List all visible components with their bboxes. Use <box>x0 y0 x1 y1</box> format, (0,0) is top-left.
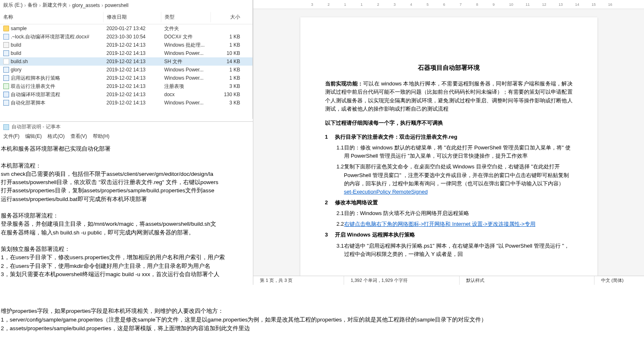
column-date[interactable]: 修改日期 <box>103 12 161 22</box>
notepad-menubar: 文件(F) 编辑(E) 格式(O) 查看(V) 帮助(H) <box>0 132 253 142</box>
file-explorer: 娱乐 (E:)› 备份› 新建文件夹› glory_assets› powers… <box>0 0 253 119</box>
file-type: SH 文件 <box>161 58 210 65</box>
file-type: 注册表项 <box>161 83 210 90</box>
file-size: 1 KB <box>210 75 243 81</box>
notepad-content[interactable]: 本机和服务器环境部署都已实现自动化部署 本机部署流程： svn check自己需… <box>0 142 253 281</box>
file-size: 3 KB <box>210 100 243 106</box>
chevron-right-icon: › <box>39 2 41 8</box>
doc-paragraph: 当前实现功能：可以在 windows 本地执行脚本，不需要远程到服务器，同时部署… <box>325 80 573 113</box>
chevron-right-icon: › <box>101 2 103 8</box>
status-page[interactable]: 第 1 页，共 3 页 <box>253 276 344 285</box>
ruler-mark: 12 <box>542 2 546 7</box>
ruler-mark: 1 <box>344 2 346 7</box>
file-size: 1 KB <box>210 34 243 40</box>
status-words[interactable]: 1,392 个单词，1,929 个字符 <box>344 276 460 285</box>
menu-format[interactable]: 格式(O) <box>47 133 64 140</box>
section-3-1: 3.1右键选中 "启用远程脚本执行策略.ps1" 脚本，在右键菜单中选择 "以 … <box>325 242 573 258</box>
file-row[interactable]: build2019-12-02 14:13Windows Power...10 … <box>0 49 252 57</box>
file-date: 2019-12-02 14:13 <box>103 100 161 106</box>
breadcrumb[interactable]: 娱乐 (E:)› 备份› 新建文件夹› glory_assets› powers… <box>0 0 252 10</box>
file-date: 2019-12-02 14:13 <box>103 42 161 48</box>
section-1-1: 1.1目的：修改 windows 默认的右键菜单，将 "在此处打开 PowerS… <box>325 144 573 160</box>
section-2-1: 2.1目的：Windows 防火墙不允许公用网络开启远程策略 <box>325 209 573 218</box>
column-size[interactable]: 大小 <box>210 12 243 22</box>
file-name: 自动化部署脚本 <box>11 99 45 106</box>
document-editor: 32112345678910111213141516 石器项目自动部署环境 当前… <box>253 0 644 285</box>
file-date: 2019-12-02 14:13 <box>103 83 161 89</box>
breadcrumb-item[interactable]: powershell <box>105 2 128 8</box>
menu-file[interactable]: 文件(F) <box>3 133 19 140</box>
file-date: 2019-12-02 14:13 <box>103 75 161 81</box>
file-date: 2019-12-02 14:13 <box>103 59 161 64</box>
file-type: Windows Power... <box>161 50 210 56</box>
status-bar: 第 1 页，共 3 页 1,392 个单词，1,929 个字符 默认样式 中文 … <box>253 276 644 285</box>
file-row[interactable]: glory2019-12-02 14:13Windows Power...1 K… <box>0 66 252 74</box>
column-name[interactable]: 名称 <box>0 12 103 22</box>
ps-icon <box>3 50 9 56</box>
file-type: Windows Power... <box>161 67 210 73</box>
breadcrumb-item[interactable]: glory_assets <box>72 2 100 8</box>
ps-icon <box>3 100 9 106</box>
file-size: 130 KB <box>210 92 243 97</box>
doc-title: 石器项目自动部署环境 <box>325 63 573 72</box>
status-lang[interactable]: 中文 (简体) <box>594 276 644 285</box>
file-row[interactable]: .~lock.自动编译环境部署流程.docx#2023-10-30 10:54D… <box>0 33 252 41</box>
file-type: Windows Power... <box>161 75 210 81</box>
file-date: 2019-12-02 14:13 <box>103 92 161 97</box>
file-name: build <box>11 42 21 48</box>
file-size: 3 KB <box>210 83 243 89</box>
file-size: 1 KB <box>210 42 243 48</box>
file-type: docx <box>161 92 210 97</box>
file-name: glory <box>11 67 21 73</box>
command-link[interactable]: set-ExecutionPolicy RemoteSigned <box>344 189 428 195</box>
ruler-mark: 4 <box>410 2 412 7</box>
file-row[interactable]: 双击运行注册表文件2019-12-02 14:13注册表项3 KB <box>0 82 252 90</box>
file-date: 2019-12-02 14:13 <box>103 50 161 56</box>
ruler[interactable]: 32112345678910111213141516 <box>253 0 644 9</box>
ruler-mark: 5 <box>427 2 429 7</box>
section-2: 2修改本地网络设置 <box>325 199 573 207</box>
ruler-mark: 6 <box>443 2 445 7</box>
file-row[interactable]: 自动编译环境部署流程2019-12-02 14:13docx130 KB <box>0 90 252 99</box>
ruler-mark: 11 <box>526 2 530 7</box>
notepad-icon <box>3 124 9 130</box>
file-size: 14 KB <box>210 59 243 64</box>
ps-icon <box>3 75 9 81</box>
file-type: Windows Power... <box>161 100 210 106</box>
ruler-mark: 1 <box>361 2 363 7</box>
breadcrumb-item[interactable]: 新建文件夹 <box>42 2 67 9</box>
file-row[interactable]: build2019-12-02 14:13Windows 批处理...1 KB <box>0 41 252 49</box>
ruler-mark: 7 <box>460 2 462 7</box>
file-name: .~lock.自动编译环境部署流程.docx# <box>11 33 89 40</box>
status-style[interactable]: 默认样式 <box>460 276 594 285</box>
file-list: sample2020-01-27 13:42文件夹.~lock.自动编译环境部署… <box>0 24 252 107</box>
bottom-text[interactable]: 维护properties字段，如果properties字段是和本机环境相关，则维… <box>0 305 644 335</box>
menu-help[interactable]: 帮助(H) <box>93 133 110 140</box>
column-type[interactable]: 类型 <box>161 12 210 22</box>
reg-icon <box>3 83 9 89</box>
file-name: 自动编译环境部署流程 <box>11 91 60 98</box>
document-scroll[interactable]: 石器项目自动部署环境 当前实现功能：可以在 windows 本地执行脚本，不需要… <box>253 9 644 276</box>
ruler-mark: 2 <box>377 2 379 7</box>
section-1: 1执行目录下的注册表文件：双击运行注册表文件.reg <box>325 133 573 141</box>
file-name: 双击运行注册表文件 <box>11 83 55 90</box>
ruler-mark: 3 <box>311 2 313 7</box>
ruler-mark: 16 <box>608 2 612 7</box>
file-row[interactable]: 自动化部署脚本2019-12-02 14:13Windows Power...3… <box>0 99 252 107</box>
file-name: build <box>11 50 21 56</box>
doc-icon <box>3 92 9 97</box>
document-page[interactable]: 石器项目自动部署环境 当前实现功能：可以在 windows 本地执行脚本，不需要… <box>300 17 597 276</box>
file-row[interactable]: sample2020-01-27 13:42文件夹 <box>0 24 252 33</box>
chevron-right-icon: › <box>24 2 26 8</box>
breadcrumb-item[interactable]: 备份 <box>28 2 38 9</box>
menu-view[interactable]: 查看(V) <box>71 133 87 140</box>
file-row[interactable]: build.sh2019-12-02 14:13SH 文件14 KB <box>0 57 252 66</box>
ps-icon <box>3 67 9 73</box>
bat-icon <box>3 42 9 48</box>
breadcrumb-item[interactable]: 娱乐 (E:) <box>3 2 23 9</box>
menu-edit[interactable]: 编辑(E) <box>25 133 42 140</box>
notepad-window: 自动部署说明 - 记事本 文件(F) 编辑(E) 格式(O) 查看(V) 帮助(… <box>0 121 253 336</box>
file-type: DOCX# 文件 <box>161 33 210 40</box>
file-row[interactable]: 启用远程脚本执行策略2019-12-02 14:13Windows Power.… <box>0 74 252 82</box>
file-type: 文件夹 <box>161 25 210 32</box>
